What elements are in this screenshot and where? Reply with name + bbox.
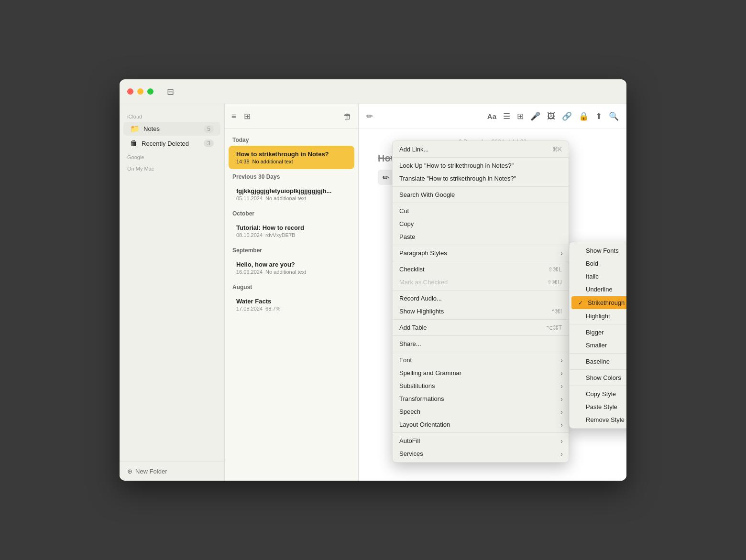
pencil-icon-btn[interactable]: ✏ (378, 170, 393, 185)
ctx-copy[interactable]: Copy (393, 217, 569, 230)
editor-toolbar: ✏ Aa ☰ ⊞ 🎤 🖼 🔗 🔒 ⬆ 🔍 (359, 104, 626, 129)
paste-style-label: Paste Style (586, 403, 626, 410)
font-copy-style[interactable]: Copy Style ⌥⌘C (570, 388, 626, 400)
ctx-paragraph-styles-label: Paragraph Styles (399, 249, 562, 257)
font-remove-style[interactable]: Remove Style (570, 413, 626, 426)
ctx-speech[interactable]: Speech (393, 405, 569, 418)
maximize-button[interactable] (147, 88, 154, 95)
new-folder-label: New Folder (135, 468, 167, 475)
sidebar-notes-label: Notes (143, 125, 200, 132)
ctx-paste[interactable]: Paste (393, 230, 569, 243)
note-meta-3: 16.09.2024No additional text (236, 269, 347, 275)
note-item-strikethrough[interactable]: How to strikethrough in Notes? 14:38No a… (229, 146, 354, 169)
ctx-services[interactable]: Services (393, 447, 569, 460)
note-title-0: How to strikethrough in Notes? (236, 151, 347, 158)
minimize-button[interactable] (137, 88, 143, 95)
note-meta-2: 08.10.2024rdvVxyDE7B (236, 232, 347, 238)
ctx-lookup-label: Look Up "How to strikethrough in Notes?" (399, 162, 562, 169)
trash-icon: 🗑 (130, 139, 138, 148)
group-october-label: October (225, 206, 358, 219)
note-item-hello[interactable]: Hello, how are you? 16.09.2024No additio… (229, 256, 354, 280)
note-meta-0: 14:38No additional text (236, 159, 347, 164)
ctx-show-highlights[interactable]: Show Highlights ^⌘I (393, 305, 569, 318)
font-underline[interactable]: Underline ⌘U (570, 283, 626, 296)
font-highlight[interactable]: Highlight ⇧⌘E (570, 310, 626, 323)
ctx-add-link[interactable]: Add Link... ⌘K (393, 143, 569, 156)
note-title-3: Hello, how are you? (236, 261, 347, 268)
font-bigger[interactable]: Bigger ⌘+ (570, 326, 626, 339)
compose-icon[interactable]: ✏ (366, 111, 373, 121)
sidebar-footer: ⊕ New Folder (120, 462, 224, 481)
delete-icon[interactable]: 🗑 (343, 112, 351, 121)
ctx-search-google[interactable]: Search With Google (393, 188, 569, 201)
ctx-show-highlights-shortcut: ^⌘I (552, 308, 562, 315)
list-view-icon[interactable]: ≡ (231, 112, 236, 121)
image-icon[interactable]: 🖼 (547, 112, 555, 121)
ctx-add-link-shortcut: ⌘K (552, 146, 562, 153)
font-submenu: Show Fonts ⌘T Bold ⌘B Italic ⌘I Underlin… (569, 242, 626, 429)
font-strikethrough[interactable]: ✓ Strikethrough (571, 296, 626, 309)
lock-icon[interactable]: 🔒 (579, 111, 589, 121)
bigger-label: Bigger (586, 329, 626, 336)
ctx-share[interactable]: Share... (393, 337, 569, 350)
titlebar: ⊟ (120, 79, 626, 104)
ctx-font-label: Font (399, 356, 562, 364)
sidebar-item-recently-deleted[interactable]: 🗑 Recently Deleted 3 (123, 137, 220, 150)
sidebar-toggle-icon[interactable]: ⊟ (167, 86, 174, 97)
baseline-label: Baseline (586, 358, 626, 365)
ctx-add-table[interactable]: Add Table ⌥⌘T (393, 321, 569, 334)
ctx-search-google-label: Search With Google (399, 191, 562, 198)
font-smaller[interactable]: Smaller ⌘− (570, 339, 626, 352)
note-item-tutorial[interactable]: Tutorial: How to record 08.10.2024rdvVxy… (229, 219, 354, 243)
ctx-checklist-label: Checklist (399, 266, 538, 273)
table-icon[interactable]: ⊞ (517, 111, 524, 121)
ctx-cut[interactable]: Cut (393, 205, 569, 217)
sidebar-recently-deleted-label: Recently Deleted (142, 140, 200, 147)
ctx-checklist[interactable]: Checklist ⇧⌘L (393, 263, 569, 276)
font-sep-2 (570, 353, 626, 354)
strikethrough-check: ✓ (578, 300, 586, 306)
close-button[interactable] (127, 88, 133, 95)
share-icon[interactable]: ⬆ (595, 111, 602, 121)
ctx-substitutions[interactable]: Substitutions (393, 379, 569, 392)
grid-view-icon[interactable]: ⊞ (244, 111, 251, 121)
note-item-water[interactable]: Water Facts 17.08.202468.7% (229, 293, 354, 316)
font-paste-style[interactable]: Paste Style ⌥⌘V (570, 400, 626, 413)
checklist-icon[interactable]: ☰ (503, 111, 510, 121)
group-today-label: Today (225, 133, 358, 145)
ctx-add-link-label: Add Link... (399, 146, 543, 153)
note-meta-1: 05.11.2024No additional text (236, 195, 347, 201)
sidebar-recently-deleted-count: 3 (204, 140, 214, 147)
ctx-spelling-grammar[interactable]: Spelling and Grammar (393, 366, 569, 379)
ctx-sep-6 (393, 290, 569, 291)
ctx-lookup[interactable]: Look Up "How to strikethrough in Notes?" (393, 159, 569, 172)
font-italic[interactable]: Italic ⌘I (570, 270, 626, 283)
ctx-paragraph-styles[interactable]: Paragraph Styles (393, 247, 569, 259)
ctx-font[interactable]: Font (393, 354, 569, 366)
sidebar: iCloud 📁 Notes 5 🗑 Recently Deleted 3 Go… (120, 104, 225, 481)
aa-format-icon[interactable]: Aa (487, 112, 496, 120)
sidebar-item-notes[interactable]: 📁 Notes 5 (123, 122, 220, 136)
ctx-layout-orientation-label: Layout Orientation (399, 421, 562, 428)
search-icon[interactable]: 🔍 (609, 111, 619, 121)
ctx-translate[interactable]: Translate "How to strikethrough in Notes… (393, 172, 569, 185)
ctx-transformations[interactable]: Transformations (393, 392, 569, 405)
font-baseline[interactable]: Baseline (570, 355, 626, 368)
font-show-fonts[interactable]: Show Fonts ⌘T (570, 244, 626, 257)
ctx-sep-1 (393, 157, 569, 158)
remove-style-label: Remove Style (586, 416, 626, 423)
new-folder-button[interactable]: ⊕ New Folder (127, 468, 217, 475)
note-item-fgjkk[interactable]: fgjkkgjggjgfetyuioplkjgjjggjgjh... 05.11… (229, 183, 354, 206)
ctx-record-audio[interactable]: Record Audio... (393, 292, 569, 305)
link-icon[interactable]: 🔗 (562, 111, 572, 121)
font-show-colors[interactable]: Show Colors ⇧⌘C (570, 371, 626, 384)
ctx-sep-9 (393, 352, 569, 352)
ctx-autofill[interactable]: AutoFill (393, 434, 569, 447)
ctx-copy-label: Copy (399, 220, 562, 227)
smaller-label: Smaller (586, 342, 626, 349)
ctx-mark-checked: Mark as Checked ⇧⌘U (393, 276, 569, 289)
ctx-layout-orientation[interactable]: Layout Orientation (393, 418, 569, 431)
audio-icon[interactable]: 🎤 (530, 111, 540, 121)
underline-label: Underline (586, 286, 626, 293)
font-bold[interactable]: Bold ⌘B (570, 257, 626, 270)
